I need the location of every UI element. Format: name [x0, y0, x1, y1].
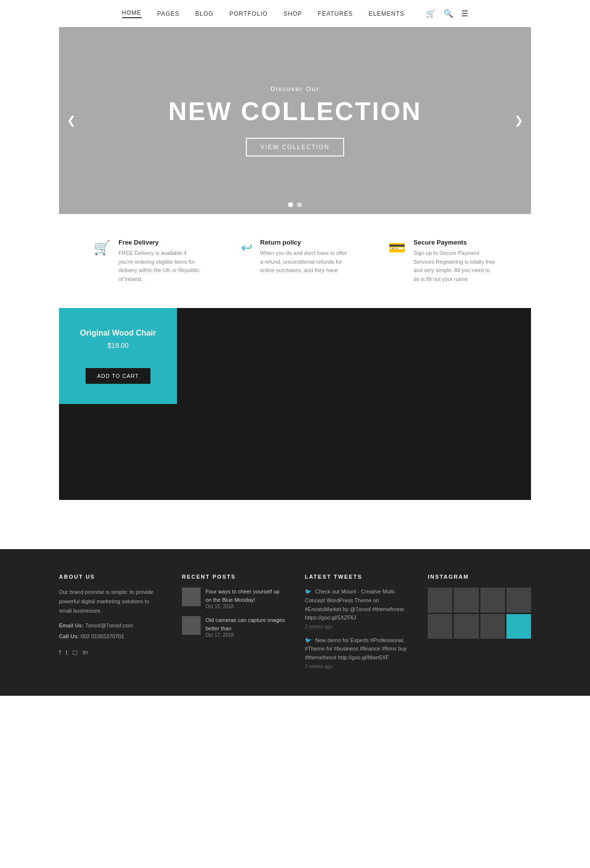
cart-icon[interactable]: 🛒: [426, 9, 436, 18]
product-card-2[interactable]: [177, 308, 295, 404]
nav-blog[interactable]: BLOG: [195, 10, 213, 17]
product-card-7[interactable]: [295, 404, 413, 500]
post-date-1: Oct 15, 2018: [206, 604, 285, 609]
feature-return-desc: When you do and don't have to offer a re…: [260, 249, 349, 275]
footer-posts-heading: RECENT POSTS: [182, 574, 285, 580]
slider-dot-1[interactable]: [288, 202, 293, 207]
tweet-2: 🐦 New demo for Experts #Professional. #T…: [305, 636, 408, 669]
post-thumb-2: [182, 616, 201, 635]
product-card-3[interactable]: [295, 308, 413, 404]
menu-icon[interactable]: ☰: [461, 9, 468, 18]
nav-portfolio[interactable]: PORTFOLIO: [229, 10, 267, 17]
features-strip: 🛒 Free Delivery FREE Delivery is availab…: [0, 214, 590, 308]
product-featured-card: Original Wood Chair $18.00 ADD TO CART: [59, 308, 177, 404]
return-icon: ↩: [241, 240, 252, 256]
nav-pages[interactable]: PAGES: [157, 10, 179, 17]
post-item-2: Old cameras can capture images better th…: [182, 616, 285, 638]
slider-dots: [288, 202, 302, 207]
insta-5[interactable]: [428, 614, 452, 639]
search-icon[interactable]: 🔍: [443, 9, 453, 18]
insta-4[interactable]: [506, 588, 531, 612]
footer-tweets: LATEST TWEETS 🐦 Check out Mount - Creati…: [305, 574, 408, 676]
insta-2[interactable]: [454, 588, 478, 612]
footer-email-link[interactable]: 7oroof@7oroof.com: [85, 622, 133, 628]
tweet-time-1: 2 weeks ago: [305, 624, 408, 629]
feature-delivery: 🛒 Free Delivery FREE Delivery is availab…: [93, 239, 202, 283]
footer-contact: Email Us: 7oroof@7oroof.com Call Us: 002…: [59, 620, 162, 642]
load-more-area: [0, 500, 590, 549]
nav-features[interactable]: FEATURES: [318, 10, 353, 17]
footer-tweets-heading: LATEST TWEETS: [305, 574, 408, 580]
facebook-icon[interactable]: f: [59, 649, 61, 656]
payment-icon: 💳: [388, 240, 406, 256]
footer-email-label: Email Us:: [59, 622, 84, 628]
product-grid-row1: Original Wood Chair $18.00 ADD TO CART: [59, 308, 531, 404]
product-grid-row2: [59, 404, 531, 500]
post-item-1: Four ways to cheer yourself up on the Bl…: [182, 588, 285, 609]
insta-6[interactable]: [454, 614, 478, 639]
slider-next-button[interactable]: ❯: [514, 114, 523, 127]
tweet-text-1: 🐦 Check out Mount - Creative Multi-Conce…: [305, 588, 408, 622]
hero-cta-button[interactable]: VIEW COLLECTION: [246, 138, 345, 156]
post-title-2[interactable]: Old cameras can capture images better th…: [206, 617, 285, 631]
product-card-5[interactable]: [59, 404, 177, 500]
add-to-cart-button[interactable]: ADD TO CART: [86, 368, 151, 384]
nav-action-icons: 🛒 🔍 ☰: [426, 9, 468, 18]
post-title-1[interactable]: Four ways to cheer yourself up on the Bl…: [206, 589, 279, 603]
product-card-4[interactable]: [413, 308, 531, 404]
footer-recent-posts: RECENT POSTS Four ways to cheer yourself…: [182, 574, 285, 676]
instagram-grid: [428, 588, 531, 639]
tweet-text-2: 🐦 New demo for Experts #Professional. #T…: [305, 636, 408, 662]
footer-phone: Call Us: 002 01065370701: [59, 631, 162, 642]
feature-return-title: Return policy: [260, 239, 349, 246]
linkedin-icon[interactable]: in: [83, 649, 88, 656]
tweet-1: 🐦 Check out Mount - Creative Multi-Conce…: [305, 588, 408, 629]
main-nav: HOME PAGES BLOG PORTFOLIO SHOP FEATURES …: [0, 0, 590, 27]
nav-home[interactable]: HOME: [122, 9, 142, 18]
footer-email: Email Us: 7oroof@7oroof.com: [59, 620, 162, 631]
insta-7[interactable]: [480, 614, 505, 639]
feature-delivery-desc: FREE Delivery is available if you're ord…: [118, 249, 202, 283]
product-name: Original Wood Chair: [80, 329, 156, 338]
footer-social: f t ◻ in: [59, 649, 162, 656]
product-card-8[interactable]: [413, 404, 531, 500]
footer-phone-number: 002 01065370701: [81, 633, 124, 639]
hero-title: NEW COLLECTION: [168, 96, 422, 126]
post-thumb-1: [182, 588, 201, 606]
feature-return: ↩ Return policy When you do and don't ha…: [241, 239, 349, 283]
feature-delivery-title: Free Delivery: [118, 239, 202, 246]
post-date-2: Oct 17, 2018: [206, 632, 285, 638]
footer: ABOUT US Our brand promise is simple: to…: [0, 549, 590, 695]
delivery-icon: 🛒: [93, 240, 111, 256]
feature-return-text: Return policy When you do and don't have…: [260, 239, 349, 275]
insta-3[interactable]: [480, 588, 505, 612]
hero-slider: ❮ Discover Our NEW COLLECTION VIEW COLLE…: [59, 27, 531, 214]
tweet-bird-icon-1: 🐦: [305, 589, 312, 594]
product-price: $18.00: [108, 341, 129, 349]
footer-instagram: INSTAGRAM: [428, 574, 531, 676]
nav-shop[interactable]: SHOP: [284, 10, 302, 17]
feature-payments-desc: Sign up to Secure Payment Services Regis…: [413, 249, 497, 283]
feature-payments: 💳 Secure Payments Sign up to Secure Paym…: [388, 239, 497, 283]
tweet-bird-icon-2: 🐦: [305, 637, 312, 643]
footer-instagram-heading: INSTAGRAM: [428, 574, 531, 580]
post-meta-1: Four ways to cheer yourself up on the Bl…: [206, 588, 285, 609]
tweet-time-2: 2 weeks ago: [305, 664, 408, 669]
twitter-icon[interactable]: t: [66, 649, 68, 656]
feature-payments-text: Secure Payments Sign up to Secure Paymen…: [413, 239, 497, 283]
product-card-6[interactable]: [177, 404, 295, 500]
hero-discover-text: Discover Our: [168, 85, 422, 93]
feature-payments-title: Secure Payments: [413, 239, 497, 246]
slider-prev-button[interactable]: ❮: [67, 114, 76, 127]
footer-about-text: Our brand promise is simple: to provide …: [59, 588, 162, 615]
feature-delivery-text: Free Delivery FREE Delivery is available…: [118, 239, 202, 283]
insta-1[interactable]: [428, 588, 452, 612]
post-meta-2: Old cameras can capture images better th…: [206, 616, 285, 638]
hero-content: Discover Our NEW COLLECTION VIEW COLLECT…: [168, 85, 422, 156]
footer-phone-label: Call Us:: [59, 633, 79, 639]
slider-dot-2[interactable]: [297, 202, 302, 207]
insta-8[interactable]: [506, 614, 531, 639]
footer-about: ABOUT US Our brand promise is simple: to…: [59, 574, 162, 676]
instagram-icon[interactable]: ◻: [72, 649, 78, 656]
nav-elements[interactable]: ELEMENTS: [369, 10, 405, 17]
